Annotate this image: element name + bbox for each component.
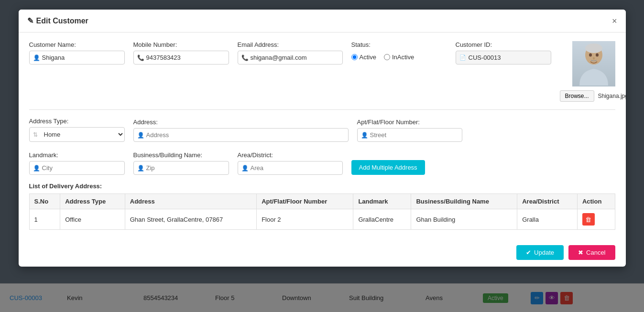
apt-label: Apt/Flat/Floor Number:: [357, 118, 462, 126]
cell-address-type: Office: [60, 209, 125, 230]
address-row-2: Landmark: 👤 Business/Building Name: 👤: [29, 150, 615, 175]
apt-group: Apt/Flat/Floor Number: 👤: [357, 118, 462, 142]
delivery-section-title: List of Delivery Address:: [29, 183, 615, 190]
customer-name-icon: 👤: [33, 54, 40, 61]
address-type-wrapper: ⇅ Home Office Other: [29, 127, 125, 142]
customer-id-wrapper: 📄: [456, 51, 551, 65]
edit-customer-modal: ✎ Edit Customer × Customer Name: 👤 M: [19, 10, 626, 267]
delivery-address-section: List of Delivery Address: S.No Address T…: [29, 183, 615, 230]
biz-group: Business/Building Name: 👤: [133, 151, 229, 175]
delivery-address-table: S.No Address Type Address Apt/Flat/Floor…: [29, 194, 615, 230]
customer-id-label: Customer ID:: [456, 41, 551, 48]
status-inactive-radio[interactable]: [384, 54, 390, 60]
modal-body: Customer Name: 👤 Mobile Number: 📞: [19, 32, 626, 238]
cell-address: Ghan Street, GrallaCentre, 07867: [125, 209, 256, 230]
email-address-label: Email Address:: [238, 41, 343, 48]
cancel-label: Cancel: [586, 249, 605, 256]
cancel-icon: ✖: [578, 249, 583, 256]
mobile-number-label: Mobile Number:: [133, 41, 229, 48]
address-type-select[interactable]: Home Office Other: [29, 127, 125, 142]
customer-name-label: Customer Name:: [29, 41, 125, 48]
area-input[interactable]: [238, 161, 343, 175]
cell-apt: Floor 2: [257, 209, 353, 230]
modal-header: ✎ Edit Customer ×: [19, 10, 626, 32]
email-address-group: Email Address: 📞: [238, 41, 343, 65]
svg-point-3: [596, 53, 599, 56]
status-inactive-label[interactable]: InActive: [384, 54, 414, 61]
status-group: Status: Active InActive: [351, 41, 447, 61]
modal-overlay: ✎ Edit Customer × Customer Name: 👤 M: [0, 0, 644, 312]
status-inactive-text: InActive: [392, 54, 414, 61]
area-group: Area/District: 👤: [238, 151, 343, 175]
customer-name-wrapper: 👤: [29, 51, 125, 65]
area-icon: 👤: [241, 165, 249, 172]
status-radios: Active InActive: [351, 51, 447, 61]
modal-close-button[interactable]: ×: [612, 17, 617, 25]
header-row: S.No Address Type Address Apt/Flat/Floor…: [29, 194, 615, 209]
delete-row-button[interactable]: 🗑: [582, 213, 595, 226]
mobile-number-input[interactable]: [133, 51, 229, 65]
phone-icon: 📞: [137, 54, 144, 61]
mobile-number-group: Mobile Number: 📞: [133, 41, 229, 65]
update-button[interactable]: ✔ Update: [516, 245, 564, 260]
status-label: Status:: [351, 41, 447, 48]
svg-point-2: [589, 53, 592, 56]
modal-title-text: Edit Customer: [36, 17, 88, 25]
col-address: Address: [125, 194, 256, 209]
status-active-label[interactable]: Active: [351, 54, 376, 61]
email-address-input[interactable]: [238, 51, 343, 65]
cell-landmark: GrallaCentre: [353, 209, 411, 230]
sort-icon: ⇅: [33, 131, 38, 138]
biz-icon: 👤: [137, 165, 144, 172]
address-row-1: Address Type: ⇅ Home Office Other Addres…: [29, 118, 615, 142]
address-input[interactable]: [133, 128, 349, 142]
col-biz: Business/Building Name: [411, 194, 517, 209]
landmark-icon: 👤: [33, 165, 40, 172]
customer-name-input[interactable]: [29, 51, 125, 65]
update-icon: ✔: [526, 249, 531, 256]
col-apt: Apt/Flat/Floor Number: [257, 194, 353, 209]
biz-wrapper: 👤: [133, 161, 229, 175]
customer-photo: [572, 41, 615, 86]
apt-input[interactable]: [357, 128, 462, 142]
status-active-text: Active: [360, 54, 376, 61]
address-type-group: Address Type: ⇅ Home Office Other: [29, 118, 125, 142]
add-address-button[interactable]: Add Multiple Address: [351, 160, 425, 175]
area-wrapper: 👤: [238, 161, 343, 175]
biz-input[interactable]: [133, 161, 229, 175]
customer-name-group: Customer Name: 👤: [29, 41, 125, 65]
photo-section: Browse... Shigana.jpg: [560, 41, 626, 102]
col-action: Action: [577, 194, 615, 209]
col-sno: S.No: [29, 194, 60, 209]
address-type-label: Address Type:: [29, 118, 125, 125]
table-row: 1 Office Ghan Street, GrallaCentre, 0786…: [29, 209, 615, 230]
cell-biz: Ghan Building: [411, 209, 517, 230]
svg-point-4: [593, 57, 595, 59]
email-address-wrapper: 📞: [238, 51, 343, 65]
landmark-wrapper: 👤: [29, 161, 125, 175]
address-icon: 👤: [137, 132, 144, 139]
col-address-type: Address Type: [60, 194, 125, 209]
email-icon: 📞: [241, 54, 249, 61]
area-label: Area/District:: [238, 151, 343, 159]
landmark-label: Landmark:: [29, 151, 125, 159]
browse-button[interactable]: Browse...: [560, 90, 594, 102]
document-icon: 📄: [459, 54, 466, 61]
customer-info-row: Customer Name: 👤 Mobile Number: 📞: [29, 41, 615, 102]
photo-filename: Shigana.jpg: [598, 93, 626, 99]
table-header: S.No Address Type Address Apt/Flat/Floor…: [29, 194, 615, 209]
cell-sno: 1: [29, 209, 60, 230]
customer-id-input[interactable]: [456, 51, 551, 65]
address-label: Address:: [133, 118, 349, 126]
update-label: Update: [534, 249, 554, 256]
cancel-button[interactable]: ✖ Cancel: [568, 245, 615, 260]
apt-icon: 👤: [361, 132, 368, 139]
mobile-number-wrapper: 📞: [133, 51, 229, 65]
apt-wrapper: 👤: [357, 128, 462, 142]
landmark-group: Landmark: 👤: [29, 151, 125, 175]
status-active-radio[interactable]: [351, 54, 358, 60]
landmark-input[interactable]: [29, 161, 125, 175]
biz-label: Business/Building Name:: [133, 151, 229, 159]
customer-id-group: Customer ID: 📄: [456, 41, 551, 65]
table-body: 1 Office Ghan Street, GrallaCentre, 0786…: [29, 209, 615, 230]
